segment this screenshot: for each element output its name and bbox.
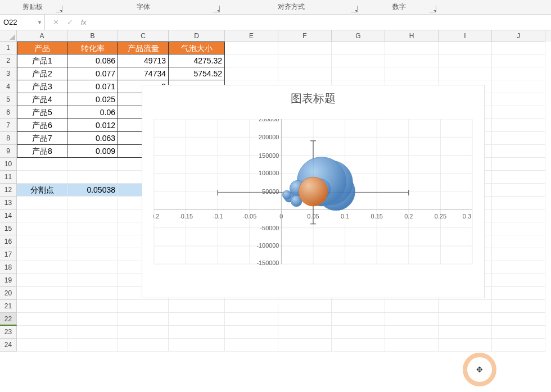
cell[interactable]	[492, 132, 545, 145]
cell[interactable]	[332, 67, 385, 80]
row-header[interactable]: 8	[0, 132, 17, 145]
cell[interactable]	[67, 158, 118, 171]
cell[interactable]	[225, 67, 278, 80]
name-box[interactable]: O22 ▼	[0, 15, 45, 30]
row-header[interactable]: 10	[0, 158, 17, 171]
cell[interactable]	[439, 313, 492, 326]
cell[interactable]: 产品5	[17, 106, 67, 119]
cell[interactable]	[278, 326, 332, 339]
cell[interactable]	[67, 197, 118, 209]
cell[interactable]	[439, 339, 492, 352]
cell[interactable]	[492, 313, 545, 326]
column-header[interactable]: G	[332, 30, 385, 42]
cell[interactable]	[17, 300, 67, 313]
row-header[interactable]: 9	[0, 145, 17, 158]
cell[interactable]	[439, 326, 492, 339]
cell[interactable]	[67, 235, 118, 248]
cell[interactable]: 0.012	[67, 119, 118, 132]
cell[interactable]	[225, 313, 278, 326]
cell[interactable]	[492, 326, 545, 339]
row-header[interactable]: 2	[0, 54, 17, 67]
chart-title[interactable]: 图表标题	[142, 85, 484, 108]
row-header[interactable]: 22	[0, 313, 17, 326]
embedded-chart[interactable]: 图表标题	[142, 85, 485, 298]
cell[interactable]	[17, 274, 67, 287]
cell[interactable]	[169, 300, 225, 313]
cell[interactable]: 产品1	[17, 54, 67, 67]
spreadsheet-grid[interactable]: ABCDEFGHIJ 1产品转化率产品流量气泡大小2产品10.086497134…	[0, 30, 551, 352]
cell[interactable]: 产品3	[17, 80, 67, 93]
cell[interactable]	[492, 106, 545, 119]
column-header[interactable]: E	[225, 30, 278, 42]
cell[interactable]	[278, 42, 332, 54]
cell[interactable]: 0.071	[67, 80, 118, 93]
cell[interactable]: 5754.52	[169, 67, 225, 80]
cell[interactable]	[67, 248, 118, 261]
cell[interactable]	[492, 80, 545, 93]
cell[interactable]	[492, 339, 545, 352]
cell[interactable]	[67, 222, 118, 235]
cell[interactable]: 0.086	[67, 54, 118, 67]
cell[interactable]	[17, 209, 67, 222]
cancel-icon[interactable]: ✕	[53, 18, 59, 26]
cell[interactable]	[385, 300, 439, 313]
row-header[interactable]: 4	[0, 80, 17, 93]
row-header[interactable]: 6	[0, 106, 17, 119]
cell[interactable]	[492, 287, 545, 300]
cell[interactable]: 4275.32	[169, 54, 225, 67]
cell[interactable]	[225, 54, 278, 67]
cell[interactable]	[492, 209, 545, 222]
select-all-corner[interactable]	[0, 30, 17, 42]
cell[interactable]	[278, 67, 332, 80]
cell[interactable]	[332, 300, 385, 313]
cell[interactable]: 产品6	[17, 119, 67, 132]
row-header[interactable]: 13	[0, 197, 17, 209]
dialog-launcher-icon[interactable]	[56, 6, 62, 12]
cell[interactable]	[332, 339, 385, 352]
cell[interactable]	[439, 67, 492, 80]
cell[interactable]	[278, 54, 332, 67]
cell[interactable]	[118, 313, 169, 326]
cell[interactable]	[385, 313, 439, 326]
row-header[interactable]: 14	[0, 209, 17, 222]
cell[interactable]	[385, 339, 439, 352]
row-header[interactable]: 5	[0, 93, 17, 106]
row-header[interactable]: 12	[0, 184, 17, 197]
confirm-icon[interactable]: ✓	[67, 18, 73, 26]
fx-icon[interactable]: fx	[81, 19, 86, 26]
cell[interactable]	[332, 54, 385, 67]
cell[interactable]	[439, 54, 492, 67]
cell[interactable]	[492, 274, 545, 287]
cell[interactable]	[492, 300, 545, 313]
cell[interactable]	[492, 93, 545, 106]
cell[interactable]	[67, 326, 118, 339]
cell[interactable]	[225, 339, 278, 352]
cell[interactable]	[17, 222, 67, 235]
cell[interactable]	[332, 313, 385, 326]
cell[interactable]	[492, 248, 545, 261]
cell[interactable]: 0.063	[67, 132, 118, 145]
cell[interactable]	[385, 326, 439, 339]
cell[interactable]	[67, 261, 118, 274]
row-header[interactable]: 19	[0, 274, 17, 287]
column-header[interactable]: B	[67, 30, 118, 42]
column-header[interactable]: A	[17, 30, 67, 42]
cell[interactable]	[492, 197, 545, 209]
cell[interactable]	[17, 313, 67, 326]
cell[interactable]: 分割点	[17, 184, 67, 197]
cell[interactable]	[169, 339, 225, 352]
cell[interactable]	[278, 300, 332, 313]
cell[interactable]	[17, 171, 67, 184]
row-header[interactable]: 7	[0, 119, 17, 132]
cell[interactable]	[17, 287, 67, 300]
cell[interactable]	[67, 171, 118, 184]
dialog-launcher-icon[interactable]	[213, 6, 220, 12]
cell[interactable]: 74734	[118, 67, 169, 80]
formula-input[interactable]	[94, 15, 551, 30]
row-header[interactable]: 20	[0, 287, 17, 300]
cell[interactable]	[118, 339, 169, 352]
cell[interactable]	[169, 326, 225, 339]
cell[interactable]	[17, 235, 67, 248]
row-header[interactable]: 18	[0, 261, 17, 274]
chevron-down-icon[interactable]: ▼	[37, 20, 42, 25]
